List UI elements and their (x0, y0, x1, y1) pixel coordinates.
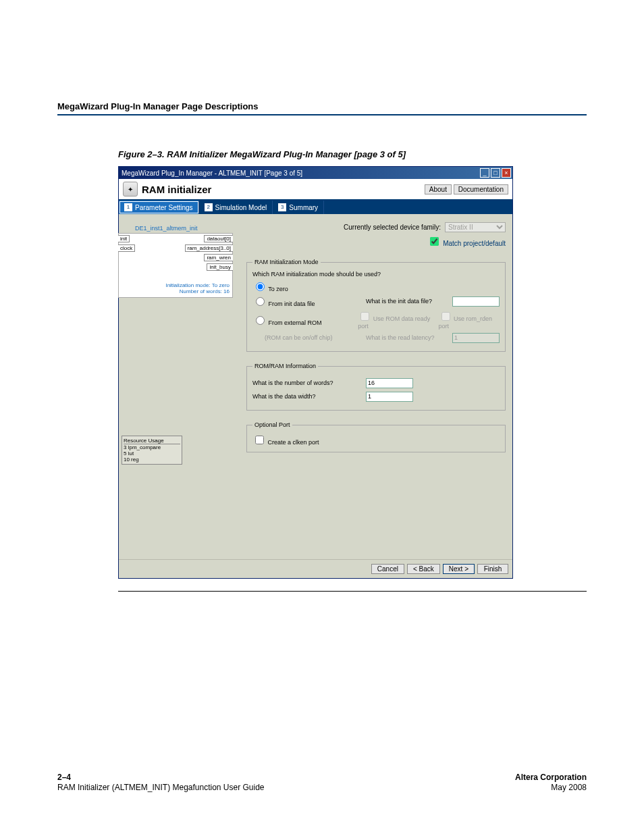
window-titlebar: MegaWizard Plug_In Manager - ALTMEM_INIT… (119, 167, 512, 179)
brand-icon: ✦ (123, 182, 138, 197)
resource-line: 5 lut (124, 450, 180, 457)
page-header: MegaWizard Plug-In Manager Page Descript… (57, 101, 587, 115)
tab-label: Summary (289, 204, 318, 211)
data-width-label: What is the data width? (252, 393, 360, 400)
pin-left: clock (118, 244, 135, 252)
radio-from-file[interactable]: From init data file (252, 295, 360, 307)
fieldset-legend: RAM Initialization Mode (252, 259, 321, 265)
radio-to-zero[interactable]: To zero (252, 280, 288, 292)
tab-parameter-settings[interactable]: 1 Parameter Settings (119, 201, 199, 214)
match-project-checkbox[interactable]: Match project/default (427, 240, 506, 247)
tab-strip: 1 Parameter Settings 2 Simulation Model … (119, 201, 512, 214)
finish-button[interactable]: Finish (477, 564, 508, 574)
init-mode-question: Which RAM initialization mode should be … (252, 271, 500, 278)
data-width-input[interactable] (366, 392, 413, 402)
pin-right: ram_address[3..0] (185, 244, 233, 252)
tab-label: Simulation Model (215, 204, 267, 211)
brand-title: RAM initializer (142, 184, 211, 195)
window-title: MegaWizard Plug_In Manager - ALTMEM_INIT… (122, 170, 302, 177)
close-icon[interactable]: × (502, 168, 511, 178)
pin-left: init (118, 235, 130, 242)
wizard-window: MegaWizard Plug_In Manager - ALTMEM_INIT… (118, 166, 513, 579)
init-file-label: What is the init data file? (366, 298, 447, 305)
page-footer: 2–4 RAM Initializer (ALTMEM_INIT) Megafu… (57, 773, 587, 793)
clken-checkbox[interactable]: Create a clken port (252, 439, 319, 446)
tab-label: Parameter Settings (135, 204, 193, 211)
read-latency-label: What is the read latency? (366, 334, 447, 341)
read-latency-input (452, 333, 500, 343)
block-diagram: DE1_inst1_altmem_init init dataout[0] cl… (119, 225, 237, 298)
fieldset-legend: ROM/RAM Information (252, 363, 318, 369)
rom-ram-info-fieldset: ROM/RAM Information What is the number o… (246, 363, 506, 411)
minimize-icon[interactable]: _ (480, 168, 489, 178)
tab-simulation-model[interactable]: 2 Simulation Model (199, 201, 273, 214)
instance-name: DE1_inst1_altmem_init (135, 225, 237, 232)
maximize-icon[interactable]: □ (491, 168, 500, 178)
next-button[interactable]: Next > (443, 564, 475, 574)
device-family-select[interactable]: Stratix II (445, 222, 506, 232)
cancel-button[interactable]: Cancel (371, 564, 404, 574)
documentation-button[interactable]: Documentation (454, 184, 508, 194)
doc-title: RAM Initializer (ALTMEM_INIT) Megafuncti… (57, 783, 265, 792)
num-words-input[interactable] (366, 378, 413, 388)
pin-right: ram_wren (204, 254, 233, 261)
resource-line: 10 reg (124, 457, 180, 463)
match-project-label: Match project/default (443, 240, 506, 247)
use-rom-ready-port: Use ROM data ready port (358, 310, 433, 330)
tab-number: 3 (278, 203, 286, 211)
pin-right: init_busy (207, 263, 233, 271)
radio-from-rom[interactable]: From external ROM (252, 314, 352, 326)
company-name: Altera Corporation (515, 773, 587, 782)
resource-usage-box: Resource Usage 3 lpm_compare 5 lut 10 re… (122, 436, 182, 465)
about-button[interactable]: About (425, 184, 452, 194)
tab-number: 2 (205, 203, 213, 211)
device-family-label: Currently selected device family: (344, 224, 441, 231)
pin-right: dataout[0] (204, 235, 233, 242)
tab-summary[interactable]: 3 Summary (273, 201, 324, 214)
rom-subnote: (ROM can be on/off chip) (252, 334, 360, 341)
doc-date: May 2008 (551, 783, 587, 792)
diagram-note: Initialization mode: To zero (119, 271, 232, 288)
num-words-label: What is the number of words? (252, 380, 360, 386)
brand-row: ✦ RAM initializer About Documentation (119, 179, 512, 201)
back-button[interactable]: < Back (407, 564, 440, 574)
optional-port-fieldset: Optional Port Create a clken port (246, 421, 506, 452)
resource-line: 3 lpm_compare (124, 444, 180, 450)
tab-number: 1 (124, 203, 132, 211)
figure-caption: Figure 2–3. RAM Initializer MegaWizard P… (57, 149, 587, 159)
use-rom-rden-port: Use rom_rden port (439, 310, 500, 330)
resource-title: Resource Usage (124, 438, 180, 444)
diagram-note: Number of words: 16 (119, 288, 232, 294)
ram-init-mode-fieldset: RAM Initialization Mode Which RAM initia… (246, 259, 506, 352)
page-number: 2–4 (57, 773, 71, 782)
fieldset-legend: Optional Port (252, 421, 292, 428)
init-file-input[interactable] (452, 296, 500, 307)
